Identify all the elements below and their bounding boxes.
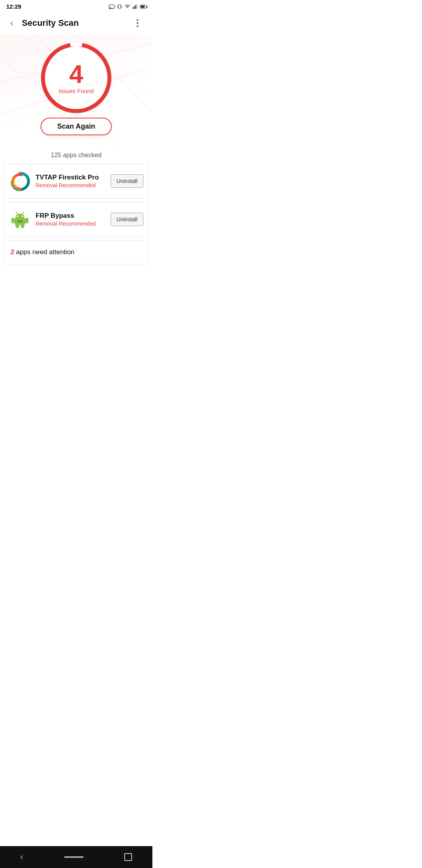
svg-rect-4	[134, 6, 135, 9]
attention-suffix: apps need attention	[16, 248, 74, 256]
svg-rect-24	[21, 224, 24, 228]
vibrate-icon	[117, 4, 122, 9]
frp-icon-container: FRP	[9, 208, 31, 230]
tvtap-icon-container	[9, 170, 31, 192]
app-cards-section: TVTAP Firestick Pro Removal Recommended …	[0, 162, 152, 269]
app-card-frp: FRP FRP Bypass Removal Recommended Unins…	[4, 202, 148, 237]
status-icons	[109, 4, 146, 9]
scan-again-button[interactable]: Scan Again	[41, 118, 111, 135]
svg-rect-5	[136, 5, 136, 9]
back-arrow-icon: ‹	[10, 18, 13, 29]
status-time: 12:29	[6, 3, 21, 10]
issues-label: Issues Found	[59, 88, 94, 94]
menu-button[interactable]	[129, 14, 146, 32]
tvtap-app-icon	[9, 170, 31, 192]
svg-rect-22	[25, 218, 29, 223]
svg-text:FRP: FRP	[17, 220, 23, 223]
tvtap-status: Removal Recommended	[36, 182, 106, 188]
frp-info: FRP Bypass Removal Recommended	[36, 212, 106, 227]
frp-name: FRP Bypass	[36, 212, 106, 220]
svg-point-17	[17, 215, 18, 217]
svg-rect-21	[11, 218, 14, 223]
tvtap-name: TVTAP Firestick Pro	[36, 174, 106, 181]
hero-section: 4 Issues Found Scan Again	[0, 35, 152, 147]
app-card-tvtap: TVTAP Firestick Pro Removal Recommended …	[4, 163, 148, 199]
svg-rect-6	[137, 4, 138, 9]
wifi-icon	[124, 4, 131, 9]
svg-point-18	[21, 215, 23, 217]
gauge-container: 4 Issues Found Scan Again	[41, 43, 111, 135]
frp-status: Removal Recommended	[36, 221, 106, 227]
top-bar: ‹ Security Scan	[0, 11, 152, 35]
cast-icon	[109, 4, 115, 9]
svg-rect-23	[16, 224, 19, 228]
apps-checked-text: 125 apps checked	[0, 147, 152, 162]
more-options-icon	[137, 19, 138, 27]
attention-card[interactable]: 2 apps need attention	[4, 240, 148, 264]
svg-rect-2	[118, 4, 121, 9]
page-title: Security Scan	[20, 18, 129, 28]
signal-icon	[132, 4, 138, 9]
attention-count: 2	[11, 248, 14, 256]
attention-text: 2 apps need attention	[11, 248, 142, 256]
issues-count: 4	[69, 62, 83, 87]
gauge-circle: 4 Issues Found	[41, 43, 111, 113]
tvtap-info: TVTAP Firestick Pro Removal Recommended	[36, 174, 106, 188]
battery-icon	[140, 5, 146, 9]
frp-app-icon: FRP	[9, 208, 31, 230]
tvtap-uninstall-button[interactable]: Uninstall	[111, 174, 143, 188]
frp-uninstall-button[interactable]: Uninstall	[111, 213, 143, 226]
status-bar: 12:29	[0, 0, 152, 11]
back-button[interactable]: ‹	[3, 14, 20, 32]
svg-rect-3	[133, 7, 134, 9]
